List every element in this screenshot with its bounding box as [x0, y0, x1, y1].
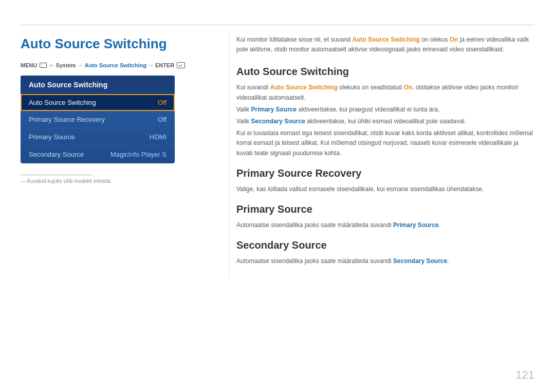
left-panel: Auto Source Switching MENU ⋮⋮⋮ → System …: [21, 31, 216, 371]
section-title-3: Secondary Source: [236, 239, 534, 251]
section-title-0: Auto Source Switching: [236, 66, 534, 78]
body-highlight-4: Secondary Source: [251, 118, 305, 125]
enter-label: ENTER: [155, 62, 174, 68]
section-title-1: Primary Source Recovery: [236, 167, 534, 179]
arrow1: →: [48, 62, 54, 68]
footnote-divider: [21, 175, 92, 175]
section-body-1-0: Valige, kas lülitada valitud esmasele si…: [236, 184, 534, 194]
menu-path: MENU ⋮⋮⋮ → System → Auto Source Switchin…: [21, 62, 216, 68]
section-title-2: Primary Source: [236, 203, 534, 215]
system-label: System: [55, 62, 76, 68]
item-label-2: Primary Source: [29, 133, 75, 141]
auto-source-switching-path: Auto Source Switching: [85, 62, 146, 68]
menu-label: MENU: [21, 62, 37, 68]
section-body-2-0: Automaatse sisendallika jaoks saate määr…: [236, 220, 534, 230]
vertical-divider: [229, 31, 229, 277]
body-highlight-6: Secondary Source: [393, 257, 447, 265]
arrow2: →: [78, 62, 83, 68]
page-title: Auto Source Switching: [21, 36, 216, 52]
body-highlight-5: Primary Source: [393, 221, 439, 229]
arrow3: →: [148, 62, 154, 68]
secondary-source-item[interactable]: Secondary Source MagicInfo Player S: [21, 146, 175, 163]
section-body-3-0: Automaatse sisendallika jaoks saate määr…: [236, 256, 534, 266]
section-body-0-0: Kui suvandi Auto Source Switching olekuk…: [236, 83, 534, 102]
body-highlight-3: Primary Source: [251, 106, 297, 113]
item-value-3: MagicInfo Player S: [110, 151, 166, 158]
section-body-0-1: Valik Primary Source aktiveeritakse, kui…: [236, 105, 534, 115]
section-body-0-2: Valik Secondary Source aktiveeritakse, k…: [236, 117, 534, 126]
item-label-0: Auto Source Switching: [29, 99, 96, 106]
footnote: ― Kuvatud kujutis võib mudeliti erineda.: [21, 178, 216, 184]
enter-icon: ↵: [177, 62, 185, 68]
intro-highlight-2: On: [450, 36, 458, 43]
top-divider: [21, 25, 534, 25]
item-value-2: HDMI: [150, 133, 166, 141]
right-panel: Kui monitor lülitatakse sisse nii, et su…: [236, 31, 534, 371]
intro-text: Kui monitor lülitatakse sisse nii, et su…: [236, 31, 534, 54]
primary-source-recovery-item[interactable]: Primary Source Recovery Off: [21, 111, 175, 128]
item-label-1: Primary Source Recovery: [29, 116, 105, 123]
section-body-0-3: Kui ei tuvastata esmast ega teisest sise…: [236, 128, 534, 158]
body-highlight-1: Auto Source Switching: [270, 84, 337, 91]
item-value-0: Off: [158, 99, 166, 106]
intro-highlight-1: Auto Source Switching: [352, 36, 419, 43]
page-number: 121: [515, 368, 534, 382]
auto-source-switching-item[interactable]: Auto Source Switching Off: [21, 94, 175, 111]
settings-panel: Auto Source Switching Auto Source Switch…: [21, 76, 175, 163]
menu-icon: ⋮⋮⋮: [40, 63, 47, 68]
panel-title: Auto Source Switching: [21, 76, 175, 94]
item-label-3: Secondary Source: [29, 151, 84, 158]
primary-source-item[interactable]: Primary Source HDMI: [21, 128, 175, 146]
body-highlight-2: On: [403, 84, 412, 91]
item-value-1: Off: [158, 116, 166, 123]
